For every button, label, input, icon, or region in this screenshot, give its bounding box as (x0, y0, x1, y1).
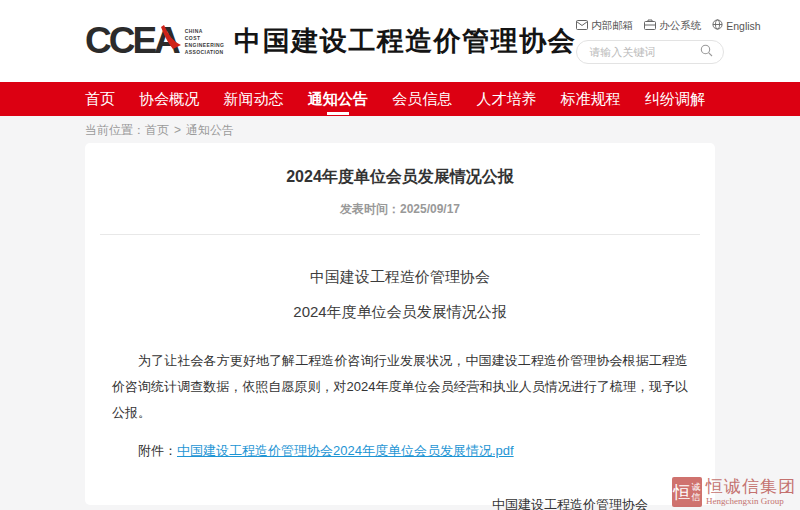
logo-sub-line: COST (185, 35, 224, 41)
globe-icon (712, 19, 723, 32)
watermark-char-top: 诚 (692, 482, 701, 492)
title-divider (100, 234, 700, 235)
logo-sub-line: ASSOCIATION (185, 49, 224, 55)
nav-item-notices[interactable]: 通知公告 (308, 82, 368, 116)
breadcrumb-current[interactable]: 通知公告 (186, 123, 234, 137)
ccea-red-swoosh-icon (161, 24, 182, 55)
logo-sub-line: CHINA (185, 28, 224, 34)
article-heading-title: 2024年度单位会员发展情况公报 (100, 303, 700, 322)
office-system-label: 办公系统 (659, 19, 701, 33)
watermark-char-bottom: 信 (692, 492, 701, 502)
nav-item-association-overview[interactable]: 协会概况 (139, 82, 199, 116)
internal-mail-label: 内部邮箱 (591, 19, 633, 33)
watermark-name-cn: 恒诚信集团 (706, 478, 796, 495)
briefcase-icon (644, 19, 656, 32)
signature-org: 中国建设工程造价管理协会 (492, 496, 648, 510)
attachment-pdf-link[interactable]: 中国建设工程造价管理协会2024年度单位会员发展情况.pdf (177, 443, 514, 458)
search-box (576, 40, 724, 64)
publish-date-value: 2025/09/17 (400, 202, 460, 216)
header-right: 内部邮箱 办公系统 E (576, 19, 724, 64)
article-card: 2024年度单位会员发展情况公报 发表时间：2025/09/17 中国建设工程造… (85, 143, 715, 505)
attachment-row: 附件：中国建设工程造价管理协会2024年度单位会员发展情况.pdf (112, 442, 688, 460)
search-input[interactable] (587, 45, 689, 59)
internal-mail-link[interactable]: 内部邮箱 (576, 19, 633, 33)
search-icon[interactable] (700, 43, 713, 61)
nav-item-member-info[interactable]: 会员信息 (392, 82, 452, 116)
signature-block: 中国建设工程造价管理协会 2025年9月17日 (492, 496, 648, 510)
hengchengxin-watermark: 恒 诚 信 恒诚信集团 Hengchengxin Group (672, 477, 796, 507)
attachment-label: 附件： (138, 443, 177, 458)
publish-date-label: 发表时间： (340, 202, 400, 216)
breadcrumb-label: 当前位置： (85, 123, 145, 137)
breadcrumb: 当前位置：首页>通知公告 (0, 116, 800, 143)
mail-icon (576, 20, 588, 32)
watermark-text: 恒诚信集团 Hengchengxin Group (706, 478, 796, 506)
breadcrumb-separator: > (174, 123, 181, 137)
site-header: CCEA CHINA COST ENGINEERING ASSOCIATION … (0, 0, 800, 82)
header-quick-links: 内部邮箱 办公系统 E (576, 19, 724, 33)
english-link[interactable]: English (712, 19, 760, 32)
nav-item-home[interactable]: 首页 (85, 82, 115, 116)
ccea-logo-subtext: CHINA COST ENGINEERING ASSOCIATION (185, 28, 224, 55)
nav-item-talent-training[interactable]: 人才培养 (476, 82, 536, 116)
publish-date: 发表时间：2025/09/17 (100, 201, 700, 218)
page-title: 2024年度单位会员发展情况公报 (100, 167, 700, 188)
nav-item-dispute-mediation[interactable]: 纠纷调解 (645, 82, 705, 116)
watermark-char-left: 恒 (674, 484, 691, 501)
site-title-cn: 中国建设工程造价管理协会 (234, 23, 576, 59)
nav-item-standards[interactable]: 标准规程 (561, 82, 621, 116)
office-system-link[interactable]: 办公系统 (644, 19, 701, 33)
article-body: 为了让社会各方更好地了解工程造价咨询行业发展状况，中国建设工程造价管理协会根据工… (112, 348, 688, 426)
breadcrumb-home-link[interactable]: 首页 (145, 123, 169, 137)
site-logo[interactable]: CCEA CHINA COST ENGINEERING ASSOCIATION … (85, 21, 576, 61)
main-nav: 首页 协会概况 新闻动态 通知公告 会员信息 人才培养 标准规程 纠纷调解 (0, 82, 800, 116)
hengchengxin-logo-icon: 恒 诚 信 (672, 477, 702, 507)
article-heading-org: 中国建设工程造价管理协会 (100, 268, 700, 287)
nav-item-news[interactable]: 新闻动态 (224, 82, 284, 116)
ccea-logo-acronym: CCEA (85, 21, 178, 61)
watermark-name-en: Hengchengxin Group (706, 497, 796, 506)
logo-sub-line: ENGINEERING (185, 42, 224, 48)
english-label: English (726, 20, 760, 32)
